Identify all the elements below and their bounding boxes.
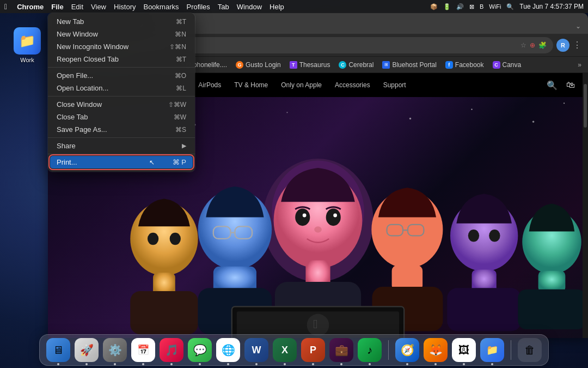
menu-save-page[interactable]: Save Page As... ⌘S xyxy=(48,123,195,136)
menubar-window[interactable]: Window xyxy=(237,3,262,11)
profile-icon[interactable]: R xyxy=(556,39,569,52)
menu-print-label: Print... xyxy=(57,158,173,166)
bookmark-facebook[interactable]: f Facebook xyxy=(442,60,487,70)
svg-rect-40 xyxy=(447,288,521,331)
gusto-icon: G xyxy=(236,61,243,69)
dock-excel[interactable]: X xyxy=(273,338,297,362)
dock-finder[interactable]: 🖥 xyxy=(46,338,70,362)
svg-point-37 xyxy=(468,230,479,242)
menubar:  Chrome File Edit View History Bookmark… xyxy=(0,0,588,13)
menubar-edit[interactable]: Edit xyxy=(71,3,83,11)
extension-icon[interactable]: 🧩 xyxy=(538,41,547,49)
svg-point-5 xyxy=(564,102,565,104)
bluehost-label: Bluehost Portal xyxy=(392,61,436,69)
battery-icon[interactable]: ⊠ xyxy=(469,3,474,10)
menu-new-window[interactable]: New Window ⌘N xyxy=(48,28,195,40)
cursor-indicator: ↖ xyxy=(149,159,155,166)
bookmark-gusto[interactable]: G Gusto Login xyxy=(232,60,284,70)
menu-print[interactable]: Print... ⌘ P ↖ xyxy=(50,156,193,168)
dock-files[interactable]: 📁 xyxy=(480,338,504,362)
svg-rect-23 xyxy=(130,291,198,334)
apple-menu[interactable]:  xyxy=(4,2,7,11)
scrollbar-track[interactable] xyxy=(583,73,588,338)
dock-system-prefs[interactable]: ⚙️ xyxy=(103,338,127,362)
facebook-label: Facebook xyxy=(455,61,484,69)
apple-nav-tv-home[interactable]: TV & Home xyxy=(228,81,274,89)
menubar-file[interactable]: File xyxy=(51,3,63,11)
thesaurus-icon: T xyxy=(290,61,297,69)
menu-save-page-shortcut: ⌘S xyxy=(175,126,186,134)
wifi-status-icon[interactable]: WiFi xyxy=(489,3,501,10)
bookmark-bluehost[interactable]: ⊞ Bluehost Portal xyxy=(379,60,439,70)
menu-separator-3 xyxy=(48,137,195,138)
bluehost-icon: ⊞ xyxy=(382,61,390,69)
dock-word[interactable]: W xyxy=(244,338,268,362)
dock-spotify[interactable]: ♪ xyxy=(358,338,382,362)
menubar-view[interactable]: View xyxy=(91,3,106,11)
menubar-help[interactable]: Help xyxy=(270,3,284,11)
extension-icons: R ⋮ xyxy=(556,39,584,52)
work-folder-icon: 📁 xyxy=(14,27,41,55)
tab-bar-chevron[interactable]: ⌄ xyxy=(573,21,584,32)
dock-slack[interactable]: 💼 xyxy=(329,338,353,362)
chrome-menu-button[interactable]: ⋮ xyxy=(571,39,584,52)
bluetooth-icon[interactable]: B xyxy=(480,3,483,10)
dock-photos[interactable]: 🖼 xyxy=(452,338,476,362)
apple-search-icon[interactable]: 🔍 xyxy=(547,80,558,91)
menu-open-file[interactable]: Open File... ⌘O xyxy=(48,69,195,82)
apple-nav-only-apple[interactable]: Only on Apple xyxy=(274,81,328,89)
menubar-chrome[interactable]: Chrome xyxy=(17,3,44,11)
menu-open-location-label: Open Location... xyxy=(57,84,176,92)
wifi-icon[interactable]: 🔋 xyxy=(443,3,451,10)
desktop-work-folder[interactable]: 📁 Work xyxy=(8,27,46,63)
menu-share[interactable]: Share ▶ xyxy=(48,140,195,152)
menu-close-tab[interactable]: Close Tab ⌘W xyxy=(48,111,195,123)
svg-point-13 xyxy=(326,209,341,226)
svg-point-46 xyxy=(307,314,329,336)
menu-separator-2 xyxy=(48,96,195,96)
menu-open-location-shortcut: ⌘L xyxy=(176,85,186,92)
menubar-history[interactable]: History xyxy=(114,3,136,11)
svg-point-3 xyxy=(471,108,472,110)
dock-launchpad[interactable]: 🚀 xyxy=(75,338,99,362)
menu-open-file-label: Open File... xyxy=(57,71,175,80)
apple-bag-icon[interactable]: 🛍 xyxy=(566,80,575,90)
search-icon[interactable]: 🔍 xyxy=(506,3,514,10)
svg-point-38 xyxy=(489,230,500,242)
thesaurus-label: Thesaurus xyxy=(299,61,330,69)
menu-close-window-label: Close Window xyxy=(57,100,168,108)
bookmark-canva[interactable]: C Canva xyxy=(489,60,525,70)
dock-music[interactable]: 🎵 xyxy=(160,338,183,362)
dropbox-icon[interactable]: 📦 xyxy=(430,3,438,10)
dock-powerpoint[interactable]: P xyxy=(301,338,325,362)
dock-trash[interactable]: 🗑 xyxy=(518,338,542,362)
svg-rect-42 xyxy=(538,271,566,293)
dock-messages[interactable]: 💬 xyxy=(188,338,212,362)
dock-calendar[interactable]: 📅 xyxy=(131,338,155,362)
desktop:  Chrome File Edit View History Bookmark… xyxy=(0,0,588,368)
svg-point-20 xyxy=(148,233,158,245)
menubar-bookmarks[interactable]: Bookmarks xyxy=(143,3,179,11)
menu-incognito[interactable]: New Incognito Window ⇧⌘N xyxy=(48,40,195,53)
menu-new-tab[interactable]: New Tab ⌘T xyxy=(48,15,195,28)
menu-open-location[interactable]: Open Location... ⌘L xyxy=(48,82,195,94)
volume-icon[interactable]: 🔊 xyxy=(456,3,464,10)
menu-close-window[interactable]: Close Window ⇧⌘W xyxy=(48,98,195,111)
scrollbar-thumb[interactable] xyxy=(584,84,587,128)
menubar-profiles[interactable]: Profiles xyxy=(187,3,210,11)
menu-save-page-label: Save Page As... xyxy=(57,125,175,134)
apple-nav-airpods[interactable]: AirPods xyxy=(192,81,228,89)
apple-nav-support[interactable]: Support xyxy=(377,81,413,89)
dock-separator-2 xyxy=(511,340,511,360)
dock-chrome[interactable]: 🌐 xyxy=(216,338,240,362)
menubar-tab[interactable]: Tab xyxy=(218,3,229,11)
apple-nav-accessories[interactable]: Accessories xyxy=(328,81,377,89)
bookmarks-more-button[interactable]: » xyxy=(575,60,584,70)
menu-close-tab-label: Close Tab xyxy=(57,113,174,121)
menu-reopen-tab[interactable]: Reopen Closed Tab ⌘T xyxy=(48,53,195,65)
bookmark-star-icon[interactable]: ☆ xyxy=(520,41,526,49)
dock-safari[interactable]: 🧭 xyxy=(395,338,419,362)
bookmark-cerebral[interactable]: C Cerebral xyxy=(335,60,377,70)
dock-firefox[interactable]: 🦊 xyxy=(424,338,448,362)
bookmark-thesaurus[interactable]: T Thesaurus xyxy=(286,60,334,70)
